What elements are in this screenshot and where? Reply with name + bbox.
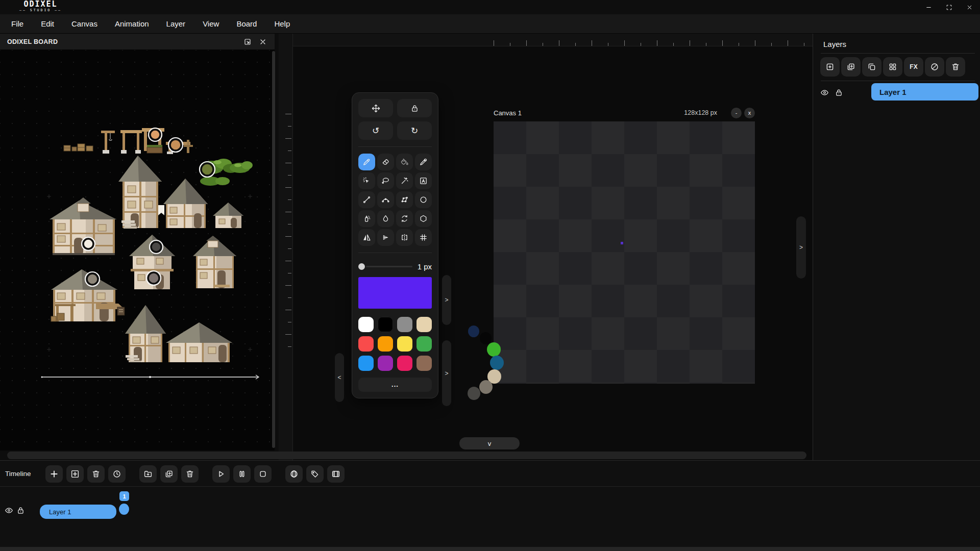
brush-size-track[interactable] <box>366 266 412 267</box>
timeline-frame-timing-button[interactable] <box>108 465 126 483</box>
collapse-left-handle[interactable]: < <box>335 353 344 402</box>
timeline-add-layer-button[interactable] <box>139 465 157 483</box>
timeline-stop-button[interactable] <box>254 465 272 483</box>
menu-item-board[interactable]: Board <box>236 19 257 28</box>
menu-item-edit[interactable]: Edit <box>41 19 54 28</box>
redo-button[interactable]: ↻ <box>397 121 432 140</box>
swatch-8d6a55[interactable] <box>416 356 432 371</box>
tool-line[interactable] <box>358 191 375 208</box>
floating-color-dot-5[interactable] <box>479 380 493 394</box>
tool-symmetry[interactable] <box>396 229 413 246</box>
tool-rotate[interactable] <box>396 210 413 227</box>
tool-lasso[interactable] <box>377 172 394 189</box>
duplicate-layer-button[interactable] <box>862 57 881 77</box>
tool-flip-v[interactable] <box>377 229 394 246</box>
tool-pencil[interactable] <box>358 154 375 170</box>
swatch-e6d3ae[interactable] <box>416 317 432 332</box>
tool-drop[interactable] <box>377 210 394 227</box>
floating-color-dot-0[interactable] <box>468 325 479 337</box>
tool-fill[interactable] <box>396 154 413 170</box>
timeline-play-button[interactable] <box>212 465 230 483</box>
brush-size-slider[interactable] <box>358 263 365 270</box>
swatch-f94b4b[interactable] <box>358 336 374 352</box>
tool-eraser[interactable] <box>377 154 394 170</box>
swatch-f99d05[interactable] <box>378 336 393 352</box>
menu-item-animation[interactable]: Animation <box>115 19 149 28</box>
add-layer-copy-button[interactable] <box>841 57 861 77</box>
current-color-swatch[interactable] <box>358 277 432 309</box>
horizontal-scrollbar[interactable] <box>7 452 806 459</box>
board-scrollbar[interactable] <box>272 51 275 448</box>
merge-layers-button[interactable] <box>883 57 902 77</box>
timeline-delete-frame-button[interactable] <box>87 465 105 483</box>
timeline-layer-lock-icon[interactable] <box>16 506 25 515</box>
board-canvas[interactable] <box>0 50 275 450</box>
layer-lock-icon[interactable] <box>834 87 844 97</box>
tool-flip-h[interactable] <box>358 229 375 246</box>
layer-visibility-icon[interactable] <box>819 87 829 97</box>
canvas-close-button[interactable]: x <box>744 108 755 118</box>
swatch-2196f3[interactable] <box>358 356 374 371</box>
floating-color-dot-2[interactable] <box>487 342 501 357</box>
window-close-button[interactable] <box>963 2 976 13</box>
drawing-canvas[interactable] <box>494 121 755 384</box>
menu-item-file[interactable]: File <box>11 19 23 28</box>
timeline-add-frame-button[interactable] <box>45 465 63 483</box>
bottom-scrollbar-track[interactable] <box>0 547 980 551</box>
menu-item-layer[interactable]: Layer <box>166 19 186 28</box>
timeline-onion-skin-button[interactable] <box>285 465 303 483</box>
lock-button[interactable] <box>397 99 432 117</box>
floating-color-dot-1[interactable] <box>480 332 492 344</box>
tool-hexagon[interactable] <box>415 210 432 227</box>
swatch-8d8d8d[interactable] <box>397 317 412 332</box>
move-button[interactable] <box>358 99 393 117</box>
tool-text[interactable] <box>415 172 432 189</box>
swatch-000000[interactable] <box>378 317 393 332</box>
tool-select[interactable] <box>358 172 375 189</box>
menu-item-canvas[interactable]: Canvas <box>71 19 97 28</box>
frame-number-badge[interactable]: 1 <box>119 491 129 501</box>
tool-shape[interactable] <box>396 191 413 208</box>
expand-right-handle-1[interactable]: > <box>442 275 451 325</box>
menu-item-view[interactable]: View <box>203 19 219 28</box>
tool-spray[interactable] <box>358 210 375 227</box>
board-popout-icon[interactable] <box>240 36 255 48</box>
window-maximize-button[interactable] <box>942 2 955 13</box>
swatch-3fad4e[interactable] <box>416 336 432 352</box>
window-minimize-button[interactable] <box>922 2 935 13</box>
tool-circle[interactable] <box>415 191 432 208</box>
layer-item[interactable]: Layer 1 <box>871 83 978 101</box>
swatch-e91e63[interactable] <box>397 356 412 371</box>
layer-fx-button[interactable]: FX <box>904 57 923 77</box>
swatch-ffffff[interactable] <box>358 317 374 332</box>
delete-layer-button[interactable] <box>946 57 965 77</box>
timeline-frames-view-button[interactable] <box>327 465 345 483</box>
timeline-add-frame-copy-button[interactable] <box>66 465 84 483</box>
timeline-delete-layer-button[interactable] <box>181 465 199 483</box>
menu-item-help[interactable]: Help <box>274 19 290 28</box>
undo-button[interactable]: ↺ <box>358 121 393 140</box>
collapse-bottom-handle[interactable]: v <box>459 437 520 449</box>
add-layer-button[interactable] <box>820 57 840 77</box>
collapse-panel-handle[interactable]: > <box>796 216 806 279</box>
floating-color-dot-3[interactable] <box>490 356 504 370</box>
expand-right-handle-2[interactable]: > <box>442 340 451 406</box>
tool-eyedropper[interactable] <box>415 154 432 170</box>
clear-layer-button[interactable] <box>925 57 944 77</box>
swatch-9a27b0[interactable] <box>378 356 393 371</box>
timeline-duplicate-layer-button[interactable] <box>160 465 178 483</box>
timeline-layer-item[interactable]: Layer 1 <box>40 505 116 519</box>
canvas-minimize-button[interactable]: - <box>731 108 742 118</box>
tool-curve[interactable] <box>377 191 394 208</box>
tool-grid[interactable] <box>415 229 432 246</box>
timeline-tag-button[interactable] <box>306 465 324 483</box>
timeline-layer-visibility-icon[interactable] <box>4 506 13 515</box>
canvas-window-header[interactable]: Canvas 1 128x128 px - x <box>494 105 755 120</box>
timeline-pause-button[interactable] <box>233 465 251 483</box>
board-close-icon[interactable] <box>255 36 271 48</box>
swatch-f9e04a[interactable] <box>397 336 412 352</box>
more-colors-button[interactable]: ... <box>358 378 432 392</box>
tool-wand[interactable] <box>396 172 413 189</box>
frame-keyframe-dot[interactable] <box>119 504 129 515</box>
floating-color-dot-6[interactable] <box>468 387 480 400</box>
